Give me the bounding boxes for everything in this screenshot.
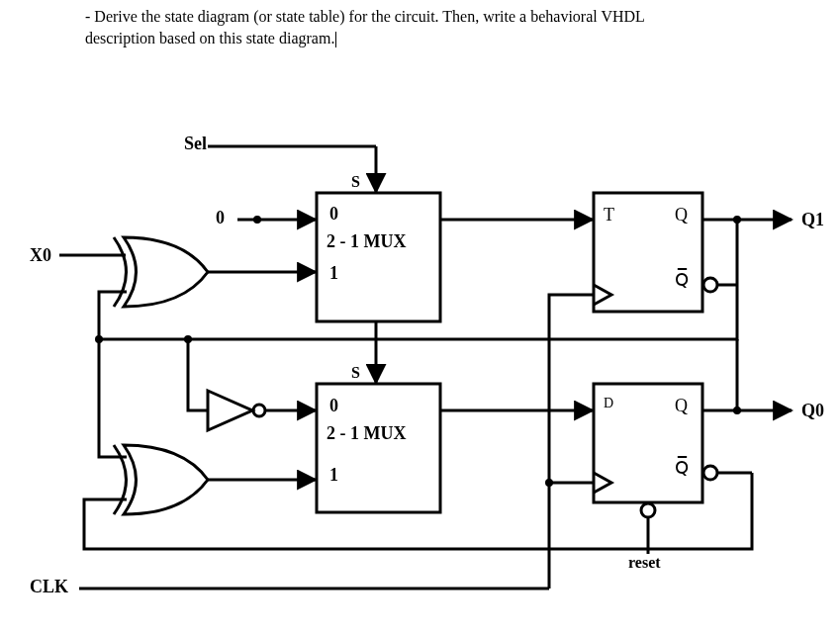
- sel-lead-svg: [0, 0, 840, 634]
- page: - Derive the state diagram (or state tab…: [0, 0, 840, 634]
